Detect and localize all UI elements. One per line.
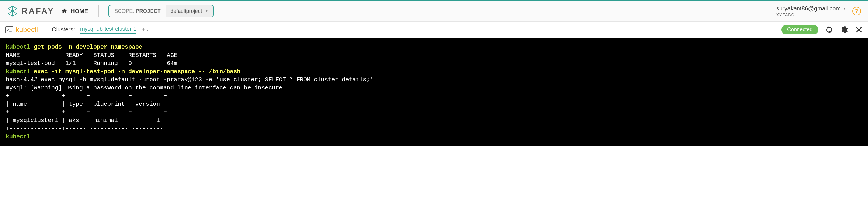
svg-marker-5 — [829, 31, 831, 34]
home-icon — [61, 8, 68, 14]
user-org: XYZABC — [776, 12, 846, 17]
kubectl-bar: >_ kubectl Clusters: mysql-db-test-clust… — [0, 22, 868, 38]
user-email-text: suryakant86@gmail.com — [776, 5, 841, 12]
refresh-button[interactable] — [826, 26, 833, 34]
gear-icon — [840, 26, 848, 34]
close-button[interactable] — [855, 26, 863, 34]
chevron-down-icon: ▼ — [843, 6, 846, 10]
cluster-tab[interactable]: mysql-db-test-cluster-1 — [80, 26, 136, 34]
terminal-cmd: get pods -n developer-namespace — [30, 44, 142, 50]
home-label: HOME — [70, 8, 88, 14]
chevron-down-icon: ▼ — [205, 9, 208, 13]
terminal-icon: >_ — [5, 26, 13, 33]
terminal-prompt: kubectl — [6, 68, 30, 75]
separator — [98, 5, 99, 17]
scope-value: defaultproject — [170, 8, 202, 14]
terminal-line: mysql-test-pod 1/1 Running 0 64m — [6, 60, 177, 67]
scope-label: SCOPE: PROJECT — [109, 8, 166, 14]
kubectl-label: kubectl — [16, 26, 38, 34]
terminal-prompt: kubectl — [6, 134, 30, 140]
scope-selector: SCOPE: PROJECT defaultproject ▼ — [108, 5, 214, 17]
brand-text: RAFAY — [22, 6, 54, 16]
terminal-line: | name | type | blueprint | version | — [6, 101, 167, 108]
connected-status: Connected — [781, 25, 818, 34]
add-cluster-button[interactable]: + ▾ — [142, 26, 149, 33]
kubectl-badge: >_ kubectl — [5, 26, 38, 34]
terminal-prompt: kubectl — [6, 44, 30, 50]
terminal-cmd: exec -it mysql-test-pod -n developer-nam… — [30, 68, 240, 75]
home-link[interactable]: HOME — [61, 8, 88, 14]
terminal-line: +---------------+------+-----------+----… — [6, 109, 167, 116]
scope-project-dropdown[interactable]: defaultproject ▼ — [166, 5, 213, 17]
user-menu[interactable]: suryakant86@gmail.com ▼ — [776, 5, 846, 12]
terminal-output[interactable]: kubectl get pods -n developer-namespace … — [0, 38, 868, 146]
close-icon — [855, 26, 863, 34]
terminal-line: mysql: [Warning] Using a password on the… — [6, 84, 286, 91]
top-bar: RAFAY HOME SCOPE: PROJECT defaultproject… — [0, 0, 868, 22]
brand-logo[interactable]: RAFAY — [7, 5, 54, 16]
chevron-down-icon: ▾ — [147, 28, 149, 32]
terminal-line: | mysqlcluster1 | aks | minimal | 1 | — [6, 117, 167, 124]
terminal-line: +---------------+------+-----------+----… — [6, 92, 167, 99]
clusters-label: Clusters: — [52, 26, 75, 33]
terminal-line: NAME READY STATUS RESTARTS AGE — [6, 52, 177, 59]
rafay-logo-icon — [7, 5, 18, 16]
terminal-line: +---------------+------+-----------+----… — [6, 125, 167, 132]
settings-button[interactable] — [840, 26, 848, 34]
user-block: suryakant86@gmail.com ▼ XYZABC ? — [776, 5, 861, 17]
refresh-icon — [826, 26, 833, 34]
terminal-line: bash-4.4# exec mysql -h mysql.default -u… — [6, 76, 373, 83]
help-icon[interactable]: ? — [852, 7, 861, 15]
